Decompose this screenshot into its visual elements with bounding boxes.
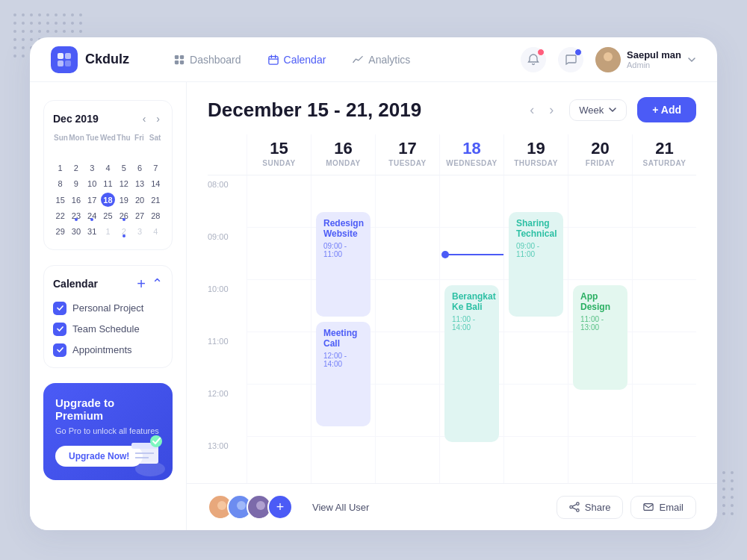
hour-line — [568, 385, 632, 437]
cal-day[interactable]: 22 — [53, 208, 67, 223]
user-menu[interactable]: Saepul man Admin — [595, 47, 696, 72]
week-day-num: 20 — [571, 140, 629, 157]
cal-day[interactable]: 28 — [149, 208, 163, 223]
week-day-header: 21 SATURDAY — [632, 134, 696, 175]
cal-day[interactable]: 14 — [149, 177, 163, 191]
mini-calendar: Dec 2019 ‹ › SunMonTueWedThuFriSat 12345… — [43, 100, 173, 250]
calendar-item[interactable]: Team Schedule — [53, 323, 163, 336]
add-calendar-btn[interactable]: + — [137, 276, 146, 291]
svg-rect-0 — [58, 53, 63, 59]
cal-day[interactable]: 4 — [149, 224, 163, 238]
cal-day[interactable]: 19 — [117, 193, 131, 207]
cal-day[interactable]: 31 — [85, 224, 99, 238]
add-user-btn[interactable]: + — [267, 494, 293, 520]
cal-day[interactable]: 4 — [101, 161, 115, 175]
time-slot: 08:00 — [208, 175, 247, 228]
cal-days: 1234567891011121314151617181920212223242… — [53, 145, 163, 239]
event-block[interactable]: Berangkat Ke Bali 11:00 - 14:00 — [444, 285, 499, 442]
share-btn[interactable]: Share — [557, 496, 624, 519]
cal-day[interactable]: 15 — [53, 193, 67, 207]
cal-day[interactable]: 1 — [101, 224, 115, 238]
notification-btn[interactable] — [521, 47, 546, 72]
upgrade-illustration — [113, 420, 173, 480]
cal-day[interactable]: 13 — [132, 177, 146, 191]
hour-line — [376, 228, 439, 280]
mini-cal-prev[interactable]: ‹ — [140, 111, 149, 126]
share-label: Share — [585, 502, 611, 513]
week-day-num: 18 — [443, 140, 500, 157]
cal-day[interactable]: 8 — [53, 177, 67, 191]
day-col — [375, 175, 439, 483]
cal-header: December 15 - 21, 2019 ‹ › Week + Add — [187, 82, 717, 134]
cal-day[interactable]: 7 — [149, 161, 163, 175]
cal-day[interactable]: 9 — [69, 177, 83, 191]
view-all-user[interactable]: View All User — [312, 502, 369, 513]
cal-day[interactable]: 21 — [149, 193, 163, 207]
cal-day[interactable]: 6 — [132, 161, 146, 175]
mini-cal-next[interactable]: › — [153, 111, 163, 126]
add-event-btn[interactable]: + Add — [637, 97, 696, 122]
cal-day[interactable]: 27 — [132, 208, 146, 223]
week-day-name: WEDNESDAY — [443, 159, 500, 167]
cal-day[interactable]: 18 — [101, 193, 115, 207]
cal-day[interactable]: 24 — [85, 208, 99, 223]
logo-wrap[interactable]: Ckdulz — [51, 46, 129, 73]
email-icon — [643, 502, 654, 512]
calendar-item[interactable]: Personal Project — [53, 302, 163, 315]
cal-day — [85, 145, 99, 159]
cal-day[interactable]: 20 — [132, 193, 146, 207]
cal-day[interactable]: 3 — [85, 161, 99, 175]
week-day-name: TUESDAY — [379, 159, 436, 167]
cal-day[interactable]: 12 — [117, 177, 131, 191]
cal-day[interactable]: 2 — [69, 161, 83, 175]
cal-day[interactable]: 30 — [69, 224, 83, 238]
time-slot: 10:00 — [208, 280, 247, 332]
event-block[interactable]: Redesign Website 09:00 - 11:00 — [316, 212, 371, 317]
nav-analytics[interactable]: Analytics — [353, 54, 410, 66]
svg-rect-3 — [65, 60, 71, 66]
logo-text: Ckdulz — [85, 52, 129, 67]
view-select[interactable]: Week — [569, 99, 627, 121]
event-block[interactable]: Meeting Call 12:00 - 14:00 — [316, 322, 371, 426]
cal-day[interactable]: 23 — [69, 208, 83, 223]
footer-actions: Share Email — [557, 496, 696, 519]
svg-point-20 — [217, 501, 226, 510]
view-chevron-icon — [608, 105, 617, 114]
event-title: Sharing Technical — [516, 218, 556, 239]
cal-item-label: Appointments — [72, 344, 132, 355]
hour-line — [633, 437, 696, 483]
email-btn[interactable]: Email — [630, 496, 696, 519]
nav-dashboard[interactable]: Dashboard — [174, 54, 241, 66]
svg-point-25 — [253, 510, 268, 520]
cal-day[interactable]: 16 — [69, 193, 83, 207]
week-grid[interactable]: 15 SUNDAY 16 MONDAY 17 TUESDAY 18 WEDNES… — [187, 134, 717, 483]
cal-day[interactable]: 5 — [117, 161, 131, 175]
cal-day — [101, 145, 115, 159]
svg-point-24 — [256, 501, 265, 510]
cal-day[interactable]: 11 — [101, 177, 115, 191]
event-block[interactable]: Sharing Technical 09:00 - 11:00 — [509, 212, 563, 317]
week-next-btn[interactable]: › — [544, 99, 559, 121]
week-day-num: 17 — [379, 140, 436, 157]
week-day-header: 16 MONDAY — [311, 134, 375, 175]
collapse-calendar-btn[interactable]: ⌃ — [152, 277, 163, 290]
cal-day[interactable]: 26 — [117, 208, 131, 223]
calendar-item[interactable]: Appointments — [53, 343, 163, 357]
week-day-name: MONDAY — [314, 159, 372, 167]
notification-badge — [537, 49, 545, 56]
cal-day[interactable]: 3 — [132, 224, 146, 238]
cal-day[interactable]: 29 — [53, 224, 67, 238]
cal-day[interactable]: 2 — [117, 224, 131, 238]
nav-calendar[interactable]: Calendar — [268, 54, 326, 66]
chevron-down-icon — [687, 55, 696, 64]
event-block[interactable]: App Design 11:00 - 13:00 — [573, 285, 627, 390]
cal-day[interactable]: 25 — [101, 208, 115, 223]
day-col: Sharing Technical 09:00 - 11:00 — [503, 175, 568, 483]
cal-day[interactable]: 10 — [85, 177, 99, 191]
cal-day[interactable]: 17 — [85, 193, 99, 207]
hour-line — [247, 437, 311, 483]
cal-day[interactable]: 1 — [53, 161, 67, 175]
week-day-header: 17 TUESDAY — [375, 134, 439, 175]
messages-btn[interactable] — [558, 47, 583, 72]
week-prev-btn[interactable]: ‹ — [524, 99, 539, 121]
